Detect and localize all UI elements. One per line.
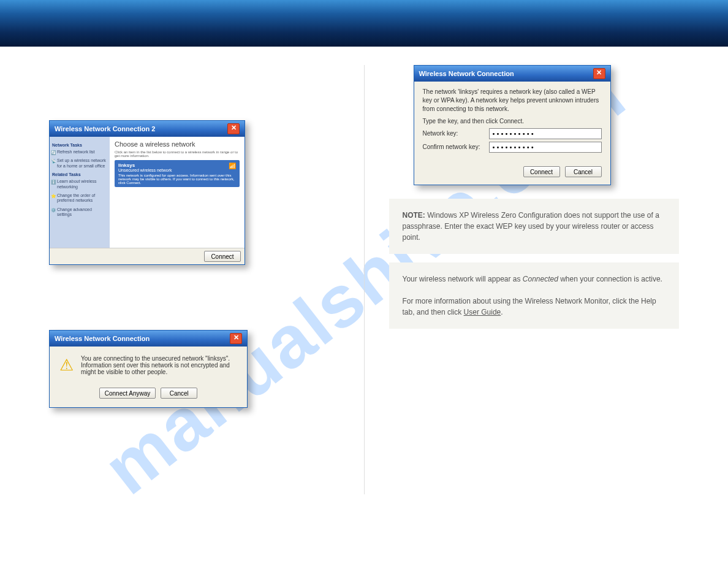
chooser-title: Wireless Network Connection 2 <box>55 125 155 132</box>
key-description: The network 'linksys' requires a network… <box>423 88 602 113</box>
column-divider <box>364 65 365 494</box>
left-column: Wireless Network Connection 2 ✕ Network … <box>49 65 339 494</box>
connect-anyway-button[interactable]: Connect Anyway <box>99 388 156 399</box>
sidebar-heading-related: Related Tasks <box>52 172 107 177</box>
network-name: linksys <box>118 163 236 168</box>
chooser-heading: Choose a wireless network <box>115 140 240 148</box>
chooser-titlebar: Wireless Network Connection 2 ✕ <box>50 121 245 137</box>
advanced-link[interactable]: ⚙️Change advanced settings <box>57 207 107 218</box>
note-text: Windows XP Wireless Zero Configuration d… <box>403 211 659 242</box>
note-box-1: NOTE: Windows XP Wireless Zero Configura… <box>389 199 680 254</box>
warning-icon: ⚠ <box>59 356 74 375</box>
connect-button[interactable]: Connect <box>523 166 560 177</box>
order-link[interactable]: ⭐Change the order of preferred networks <box>57 193 107 204</box>
star-icon: ⭐ <box>51 194 56 199</box>
chooser-footer: Connect <box>50 248 245 264</box>
gear-icon: ⚙️ <box>51 208 56 213</box>
right-column: Wireless Network Connection ✕ The networ… <box>389 65 680 494</box>
network-status: Unsecured wireless network <box>118 168 236 172</box>
chooser-sidebar: Network Tasks 🔄Refresh network list 📡Set… <box>50 137 110 248</box>
warning-dialog: Wireless Network Connection ✕ ⚠ You are … <box>49 330 248 408</box>
user-guide-link[interactable]: User Guide <box>464 308 501 316</box>
key-instruction: Type the key, and then click Connect. <box>423 117 602 126</box>
close-icon[interactable]: ✕ <box>230 333 242 344</box>
setup-link[interactable]: 📡Set up a wireless network for a home or… <box>57 158 107 169</box>
refresh-icon: 🔄 <box>51 150 56 155</box>
network-key-label: Network key: <box>423 129 484 138</box>
chooser-sub: Click an item in the list below to conne… <box>115 150 240 158</box>
confirm-key-label: Confirm network key: <box>423 143 484 151</box>
learn-link[interactable]: ℹ️Learn about wireless networking <box>57 179 107 190</box>
signal-icon: 📶 <box>229 163 236 169</box>
key-titlebar: Wireless Network Connection ✕ <box>414 66 610 82</box>
info-icon: ℹ️ <box>51 180 56 185</box>
cancel-button[interactable]: Cancel <box>161 388 197 399</box>
key-title: Wireless Network Connection <box>419 70 514 77</box>
warning-titlebar: Wireless Network Connection ✕ <box>50 331 247 347</box>
confirm-key-input[interactable] <box>489 142 602 153</box>
note-box-2: Your wireless network will appear as Con… <box>389 262 680 329</box>
warning-title: Wireless Network Connection <box>55 335 150 342</box>
warning-message: You are connecting to the unsecured netw… <box>81 355 237 375</box>
network-key-input[interactable] <box>489 128 602 139</box>
connect-button[interactable]: Connect <box>204 251 241 262</box>
choose-network-dialog: Wireless Network Connection 2 ✕ Network … <box>49 120 245 265</box>
sidebar-heading-network: Network Tasks <box>52 143 107 147</box>
page-content: Wireless Network Connection 2 ✕ Network … <box>0 47 728 513</box>
note-bold: NOTE: <box>403 211 425 220</box>
header-banner <box>0 0 728 47</box>
refresh-link[interactable]: 🔄Refresh network list <box>57 150 107 155</box>
cancel-button[interactable]: Cancel <box>565 166 602 177</box>
network-desc: This network is configured for open acce… <box>118 174 236 185</box>
close-icon[interactable]: ✕ <box>593 68 605 79</box>
chooser-main: Choose a wireless network Click an item … <box>110 137 245 248</box>
network-item[interactable]: linksys 📶 Unsecured wireless network Thi… <box>115 160 240 187</box>
antenna-icon: 📡 <box>51 159 56 164</box>
close-icon[interactable]: ✕ <box>227 123 240 134</box>
network-key-dialog: Wireless Network Connection ✕ The networ… <box>414 65 611 185</box>
